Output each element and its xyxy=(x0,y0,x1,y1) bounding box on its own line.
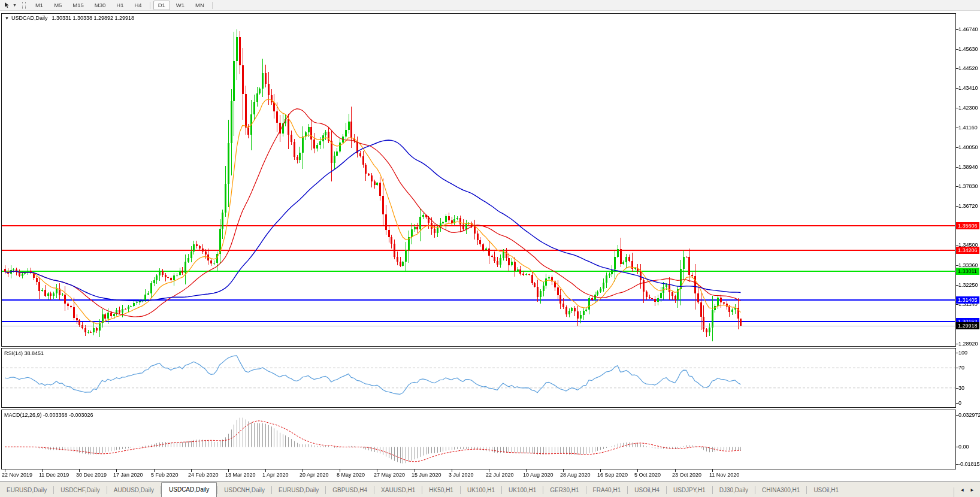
date-label: 22 Nov 2019 xyxy=(2,472,32,478)
tab-ger30-h1[interactable]: GER30,H1 xyxy=(543,484,585,497)
mt4-window: ▼ M1M5M15M30H1H4D1W1MN ▼USDCAD,Daily1.30… xyxy=(0,0,980,497)
tab-eurusd-daily[interactable]: EURUSD,Daily xyxy=(0,484,53,497)
timeframe-button-h1[interactable]: H1 xyxy=(111,1,128,10)
date-label: 5 Feb 2020 xyxy=(151,472,179,478)
rsi-indicator-label: RSI(14) 38.8451 xyxy=(4,350,44,356)
price-tag-1.35606: 1.35606 xyxy=(956,222,979,229)
tab-scroll-arrows: ◄ ► xyxy=(954,487,980,497)
date-label: 27 May 2020 xyxy=(374,472,405,478)
chart-overlay: ▼USDCAD,Daily1.30331 1.30338 1.29892 1.2… xyxy=(0,0,980,497)
timeframe-button-m5[interactable]: M5 xyxy=(49,1,66,10)
cursor-icon xyxy=(4,2,11,8)
scroll-right-arrow-icon[interactable]: ► xyxy=(970,487,975,493)
tab-hk50-h1[interactable]: HK50,H1 xyxy=(422,484,460,497)
price-tick-label: 1.46740 xyxy=(958,26,978,32)
price-tick-label: 1.43410 xyxy=(958,85,978,91)
date-label: 15 Jun 2020 xyxy=(412,472,441,478)
timeframe-button-m15[interactable]: M15 xyxy=(68,1,88,10)
tab-eurusd-daily[interactable]: EURUSD,Daily xyxy=(272,484,325,497)
macd-tick-label: 0.032972 xyxy=(958,412,980,418)
tab-usdcad-daily[interactable]: USDCAD,Daily xyxy=(161,482,217,497)
price-tick-label: 1.40050 xyxy=(958,144,978,150)
cursor-crosshair-icon[interactable]: ▼ xyxy=(2,1,19,9)
price-tag-1.31405: 1.31405 xyxy=(956,296,979,304)
price-tick-label: 1.44520 xyxy=(958,65,978,71)
price-tag-1.33011: 1.33011 xyxy=(956,268,979,275)
date-label: 20 Apr 2020 xyxy=(300,472,329,478)
chart-ohlc-values: 1.30331 1.30338 1.29892 1.29918 xyxy=(52,15,134,21)
date-label: 11 Dec 2019 xyxy=(39,472,69,478)
date-label: 8 May 2020 xyxy=(337,472,365,478)
timeframe-button-d1[interactable]: D1 xyxy=(153,1,170,10)
timeframe-button-m30[interactable]: M30 xyxy=(90,1,110,10)
price-tick-label: 1.41160 xyxy=(958,125,978,131)
macd-tick-label: 0.00 xyxy=(958,444,969,450)
chart-symbol-label: USDCAD,Daily xyxy=(11,15,48,21)
price-tag-1.34206: 1.34206 xyxy=(956,247,979,254)
rsi-tick-label: 0 xyxy=(958,400,961,406)
price-tick-label: 1.37830 xyxy=(958,183,978,189)
date-label: 28 Aug 2020 xyxy=(560,472,591,478)
date-label: 17 Jan 2020 xyxy=(113,472,143,478)
price-tick-label: 1.28920 xyxy=(958,341,978,347)
price-tick-label: 1.38940 xyxy=(958,164,978,170)
tab-usdjpy-h1[interactable]: USDJPY,H1 xyxy=(667,484,712,497)
tab-usoil-h1[interactable]: USOil,H1 xyxy=(807,484,845,497)
date-label: 22 Jul 2020 xyxy=(486,472,514,478)
timeframe-button-w1[interactable]: W1 xyxy=(171,1,189,10)
chart-title: ▼USDCAD,Daily1.30331 1.30338 1.29892 1.2… xyxy=(5,15,134,21)
tab-china300-h1[interactable]: CHINA300,H1 xyxy=(755,484,806,497)
chart-tabs: EURUSD,DailyUSDCHF,DailyAUDUSD,DailyUSDC… xyxy=(0,482,845,497)
tab-uk100-h1[interactable]: UK100,H1 xyxy=(461,484,501,497)
tab-usdchf-daily[interactable]: USDCHF,Daily xyxy=(54,484,107,497)
date-label: 23 Oct 2020 xyxy=(672,472,701,478)
rsi-tick-label: 70 xyxy=(958,365,964,371)
tab-uk100-h1[interactable]: UK100,H1 xyxy=(502,484,543,497)
date-label: 11 Nov 2020 xyxy=(709,472,739,478)
tab-gbpusd-h4[interactable]: GBPUSD,H4 xyxy=(326,484,374,497)
timeframe-toolbar: ▼ M1M5M15M30H1H4D1W1MN xyxy=(0,0,980,11)
chevron-down-icon: ▼ xyxy=(13,3,17,7)
chart-tab-bar: EURUSD,DailyUSDCHF,DailyAUDUSD,DailyUSDC… xyxy=(0,481,980,497)
date-label: 30 Dec 2019 xyxy=(76,472,107,478)
date-label: 10 Aug 2020 xyxy=(523,472,553,478)
tab-audusd-daily[interactable]: AUDUSD,Daily xyxy=(107,484,161,497)
price-tick-label: 1.36720 xyxy=(958,203,978,209)
toolbar-grip[interactable] xyxy=(22,2,26,9)
toolbar-separator xyxy=(212,2,213,9)
macd-tick-label: -0.01815 xyxy=(958,461,980,467)
timeframe-button-m1[interactable]: M1 xyxy=(31,1,48,10)
macd-indicator-label: MACD(12,26,9) -0.003368 -0.003026 xyxy=(4,412,93,418)
date-label: 16 Sep 2020 xyxy=(597,472,628,478)
price-tick-label: 1.45630 xyxy=(958,46,978,52)
price-tick-label: 1.32250 xyxy=(958,282,978,288)
current-price-tag: 1.29918 xyxy=(956,322,979,329)
rsi-tick-label: 30 xyxy=(958,385,964,391)
date-label: 1 Apr 2020 xyxy=(262,472,289,478)
tab-fra40-h1[interactable]: FRA40,H1 xyxy=(586,484,628,497)
price-tick-label: 1.42300 xyxy=(958,105,978,111)
date-label: 24 Feb 2020 xyxy=(188,472,219,478)
date-label: 3 Jul 2020 xyxy=(449,472,474,478)
tab-usoil-h4[interactable]: USOil,H4 xyxy=(628,484,666,497)
timeframe-button-mn[interactable]: MN xyxy=(190,1,209,10)
timeframe-button-h4[interactable]: H4 xyxy=(129,1,146,10)
collapse-chart-icon[interactable]: ▼ xyxy=(5,16,9,20)
timeframe-buttons: M1M5M15M30H1H4D1W1MN xyxy=(30,1,215,10)
date-label: 13 Mar 2020 xyxy=(225,472,256,478)
tab-xauusd-h1[interactable]: XAUUSD,H1 xyxy=(374,484,422,497)
date-label: 5 Oct 2020 xyxy=(634,472,661,478)
toolbar-separator xyxy=(150,2,150,9)
tab-usdcnh-daily[interactable]: USDCNH,Daily xyxy=(217,484,271,497)
tab-dj30-daily[interactable]: DJ30,Daily xyxy=(713,484,755,497)
scroll-left-arrow-icon[interactable]: ◄ xyxy=(960,487,964,493)
rsi-tick-label: 100 xyxy=(958,350,967,356)
